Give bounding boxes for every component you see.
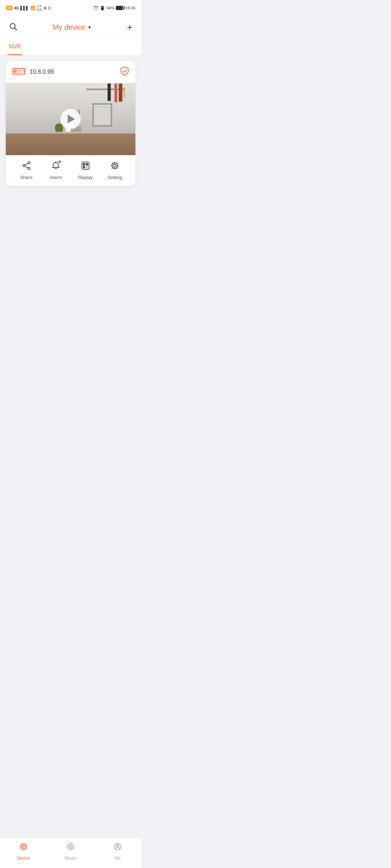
svg-rect-17 [83, 166, 85, 168]
alarm-status-icon: ⏰ [93, 6, 98, 10]
svg-rect-4 [14, 70, 17, 73]
tab-bar: NVR [0, 39, 141, 55]
setting-icon [110, 161, 119, 173]
share-label: Share [20, 175, 33, 180]
status-bar: HD 4G ▌▌▌ 📶 1.5K/S ⊞ ⊡ ⏰ 📳 94% 19:45 [0, 0, 141, 16]
extra-icons: ⊞ ⊡ [43, 6, 51, 10]
svg-rect-7 [23, 70, 25, 72]
alarm-notification-dot [58, 160, 61, 163]
time-label: 19:45 [125, 6, 135, 10]
device-actions: Share Alarm [6, 155, 135, 186]
header-title[interactable]: My device ▼ [52, 23, 92, 31]
signal-label: 4G [14, 6, 19, 10]
device-info: 10.8.0.99 [12, 67, 54, 77]
battery-icon [116, 6, 124, 10]
svg-point-10 [23, 165, 25, 167]
svg-rect-14 [82, 162, 89, 169]
camera-feed[interactable] [6, 83, 135, 155]
nvr-device-icon [12, 67, 26, 77]
share-icon [22, 161, 31, 173]
setting-label: Setting [108, 175, 122, 180]
tab-nvr[interactable]: NVR [7, 39, 22, 55]
play-button[interactable] [60, 109, 81, 129]
header-title-text: My device [52, 23, 85, 31]
device-card: 10.8.0.99 [6, 61, 135, 186]
svg-rect-15 [83, 163, 85, 165]
svg-rect-6 [17, 72, 21, 72]
main-content: 10.8.0.99 [0, 55, 141, 228]
device-ip: 10.8.0.99 [30, 69, 54, 75]
svg-point-8 [28, 162, 30, 164]
svg-point-20 [114, 165, 116, 167]
alarm-label: Alarm [50, 175, 62, 180]
setting-action[interactable]: Setting [100, 161, 130, 180]
battery-percent: 94% [106, 6, 114, 10]
header: My device ▼ + [0, 16, 141, 39]
replay-icon [81, 161, 90, 173]
bars-icon: ▌▌▌ [20, 6, 29, 10]
share-action[interactable]: Share [12, 161, 41, 180]
shield-verified-icon [119, 66, 130, 78]
status-right: ⏰ 📳 94% 19:45 [93, 6, 135, 10]
chevron-down-icon: ▼ [87, 25, 92, 30]
search-button[interactable] [7, 21, 19, 34]
play-triangle-icon [68, 115, 75, 123]
alarm-icon [51, 161, 60, 173]
svg-line-12 [25, 166, 28, 168]
alarm-action[interactable]: Alarm [41, 161, 71, 180]
speed-label: 1.5K/S [37, 4, 42, 12]
hd-label: HD [6, 6, 13, 10]
wifi-icon: 📶 [30, 6, 35, 10]
svg-line-11 [25, 163, 28, 165]
add-device-button[interactable]: + [126, 20, 134, 34]
replay-action[interactable]: Replay [71, 161, 100, 180]
status-left: HD 4G ▌▌▌ 📶 1.5K/S ⊞ ⊡ [6, 4, 51, 12]
svg-rect-5 [17, 70, 22, 71]
vibrate-icon: 📳 [100, 6, 105, 10]
svg-rect-16 [86, 163, 88, 165]
svg-rect-18 [86, 166, 88, 168]
device-card-header: 10.8.0.99 [6, 61, 135, 83]
replay-label: Replay [78, 175, 93, 180]
svg-point-9 [28, 167, 30, 170]
svg-line-1 [15, 28, 17, 30]
